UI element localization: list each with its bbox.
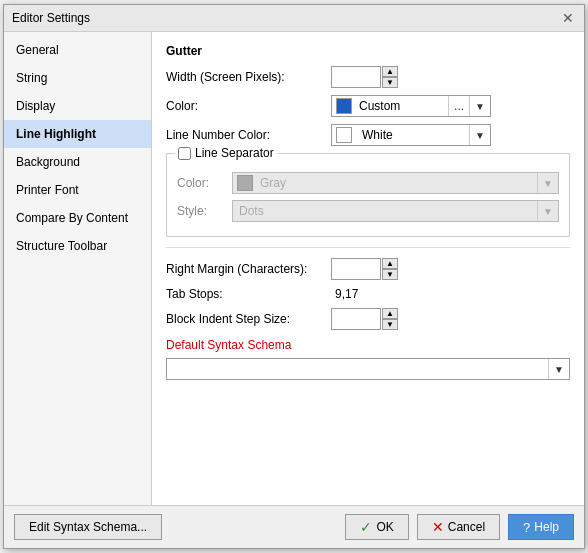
sep-color-row: Color: Gray ▼ xyxy=(177,172,559,194)
gutter-section-title: Gutter xyxy=(166,44,570,58)
line-number-color-swatch xyxy=(336,127,352,143)
cancel-icon: ✕ xyxy=(432,519,444,535)
width-spinner: 38 ▲ ▼ xyxy=(331,66,398,88)
sep-color-arrow: ▼ xyxy=(537,173,558,193)
tab-stops-row: Tab Stops: 9,17 xyxy=(166,287,570,301)
sidebar-item-label: Background xyxy=(16,155,80,169)
color-label: Color: xyxy=(166,99,331,113)
help-label: Help xyxy=(534,520,559,534)
sep-color-dropdown: Gray ▼ xyxy=(232,172,559,194)
sidebar-item-label: Printer Font xyxy=(16,183,79,197)
tab-stops-label: Tab Stops: xyxy=(166,287,331,301)
line-separator-section: Line Separator Color: Gray ▼ xyxy=(166,153,570,237)
sidebar-item-structure-toolbar[interactable]: Structure Toolbar xyxy=(4,232,151,260)
sidebar-item-general[interactable]: General xyxy=(4,36,151,64)
sep-style-arrow: ▼ xyxy=(537,201,558,221)
cancel-label: Cancel xyxy=(448,520,485,534)
line-number-color-label: Line Number Color: xyxy=(166,128,331,142)
sidebar-item-compare-by-content[interactable]: Compare By Content xyxy=(4,204,151,232)
line-number-color-dropdown[interactable]: White ▼ xyxy=(331,124,491,146)
width-increment-button[interactable]: ▲ xyxy=(382,66,398,77)
sep-color-label: Color: xyxy=(177,176,232,190)
right-margin-input[interactable]: 80 xyxy=(331,258,381,280)
sidebar-item-label: Structure Toolbar xyxy=(16,239,107,253)
default-schema-dropdown[interactable]: ▼ xyxy=(166,358,570,380)
dialog-body: General String Display Line Highlight Ba… xyxy=(4,32,584,505)
sidebar-item-label: Compare By Content xyxy=(16,211,128,225)
sidebar-item-background[interactable]: Background xyxy=(4,148,151,176)
sidebar-item-line-highlight[interactable]: Line Highlight xyxy=(4,120,151,148)
width-spinner-buttons: ▲ ▼ xyxy=(382,66,398,88)
default-schema-arrow[interactable]: ▼ xyxy=(548,359,569,379)
cancel-button[interactable]: ✕ Cancel xyxy=(417,514,500,540)
color-control: Custom ... ▼ xyxy=(331,95,570,117)
line-number-color-row: Line Number Color: White ▼ xyxy=(166,124,570,146)
block-indent-row: Block Indent Step Size: 1 ▲ ▼ xyxy=(166,308,570,330)
sep-style-control: Dots ▼ xyxy=(232,200,559,222)
line-separator-legend: Line Separator xyxy=(175,146,277,160)
sidebar: General String Display Line Highlight Ba… xyxy=(4,32,152,505)
width-control: 38 ▲ ▼ xyxy=(331,66,570,88)
width-input[interactable]: 38 xyxy=(331,66,381,88)
sidebar-item-string[interactable]: String xyxy=(4,64,151,92)
sidebar-item-printer-font[interactable]: Printer Font xyxy=(4,176,151,204)
line-separator-checkbox-label[interactable]: Line Separator xyxy=(178,146,274,160)
sidebar-item-label: Line Highlight xyxy=(16,127,96,141)
sidebar-item-display[interactable]: Display xyxy=(4,92,151,120)
sep-style-text: Dots xyxy=(233,204,537,218)
color-dropdown-text: Custom xyxy=(356,99,448,113)
width-label: Width (Screen Pixels): xyxy=(166,70,331,84)
color-dropdown-arrow[interactable]: ▼ xyxy=(469,96,490,116)
footer-left: Edit Syntax Schema... xyxy=(14,514,162,540)
sep-style-row: Style: Dots ▼ xyxy=(177,200,559,222)
block-indent-label: Block Indent Step Size: xyxy=(166,312,331,326)
block-indent-control: 1 ▲ ▼ xyxy=(331,308,570,330)
sidebar-item-label: Display xyxy=(16,99,55,113)
sep-color-swatch xyxy=(237,175,253,191)
sep-style-dropdown: Dots ▼ xyxy=(232,200,559,222)
right-margin-spinner-buttons: ▲ ▼ xyxy=(382,258,398,280)
default-schema-section: Default Syntax Schema ▼ xyxy=(166,338,570,380)
editor-settings-dialog: Editor Settings ✕ General String Display… xyxy=(3,4,585,549)
sep-style-label: Style: xyxy=(177,204,232,218)
width-row: Width (Screen Pixels): 38 ▲ ▼ xyxy=(166,66,570,88)
main-content: Gutter Width (Screen Pixels): 38 ▲ ▼ Col… xyxy=(152,32,584,505)
sidebar-item-label: General xyxy=(16,43,59,57)
line-number-color-arrow[interactable]: ▼ xyxy=(469,125,490,145)
ok-button[interactable]: ✓ OK xyxy=(345,514,408,540)
edit-syntax-button[interactable]: Edit Syntax Schema... xyxy=(14,514,162,540)
block-indent-input[interactable]: 1 xyxy=(331,308,381,330)
block-indent-increment-button[interactable]: ▲ xyxy=(382,308,398,319)
ok-icon: ✓ xyxy=(360,519,372,535)
line-number-color-text: White xyxy=(356,128,469,142)
line-separator-checkbox[interactable] xyxy=(178,147,191,160)
right-margin-control: 80 ▲ ▼ xyxy=(331,258,570,280)
footer-right: ✓ OK ✕ Cancel ? Help xyxy=(345,514,574,540)
help-button[interactable]: ? Help xyxy=(508,514,574,540)
color-dropdown[interactable]: Custom ... ▼ xyxy=(331,95,491,117)
right-margin-label: Right Margin (Characters): xyxy=(166,262,331,276)
sidebar-item-label: String xyxy=(16,71,47,85)
footer: Edit Syntax Schema... ✓ OK ✕ Cancel ? He… xyxy=(4,505,584,548)
divider xyxy=(166,247,570,248)
color-swatch xyxy=(336,98,352,114)
tab-stops-value: 9,17 xyxy=(331,287,362,301)
line-number-color-control: White ▼ xyxy=(331,124,570,146)
right-margin-increment-button[interactable]: ▲ xyxy=(382,258,398,269)
ok-label: OK xyxy=(376,520,393,534)
close-button[interactable]: ✕ xyxy=(560,10,576,26)
dialog-title: Editor Settings xyxy=(12,11,90,25)
right-margin-decrement-button[interactable]: ▼ xyxy=(382,269,398,280)
block-indent-decrement-button[interactable]: ▼ xyxy=(382,319,398,330)
color-dots-button[interactable]: ... xyxy=(448,96,469,116)
width-decrement-button[interactable]: ▼ xyxy=(382,77,398,88)
title-bar: Editor Settings ✕ xyxy=(4,5,584,32)
sep-color-control: Gray ▼ xyxy=(232,172,559,194)
help-icon: ? xyxy=(523,520,530,535)
right-margin-row: Right Margin (Characters): 80 ▲ ▼ xyxy=(166,258,570,280)
sep-color-text: Gray xyxy=(257,176,537,190)
right-margin-spinner: 80 ▲ ▼ xyxy=(331,258,398,280)
color-row: Color: Custom ... ▼ xyxy=(166,95,570,117)
block-indent-spinner-buttons: ▲ ▼ xyxy=(382,308,398,330)
block-indent-spinner: 1 ▲ ▼ xyxy=(331,308,398,330)
